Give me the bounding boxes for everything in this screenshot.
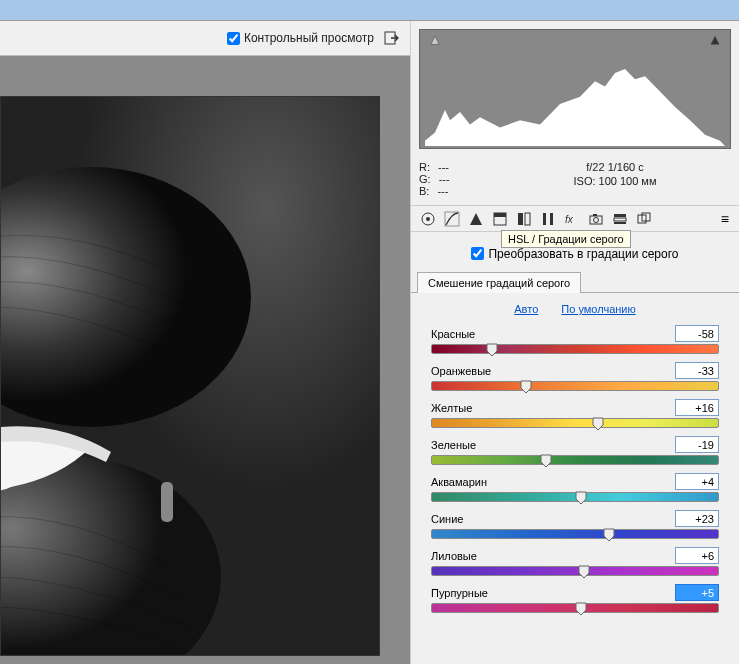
tab-grayscale-mix[interactable]: Смешение градаций серого bbox=[417, 272, 581, 293]
slider-track[interactable] bbox=[431, 418, 719, 428]
slider-track[interactable] bbox=[431, 603, 719, 613]
slider-thumb[interactable] bbox=[592, 417, 604, 431]
right-panel: R:--- G:--- B:--- f/22 1/160 c ISO: 100 … bbox=[410, 21, 739, 664]
slider-label: Красные bbox=[431, 328, 475, 340]
image-preview bbox=[0, 96, 380, 656]
slider-label: Синие bbox=[431, 513, 463, 525]
export-icon[interactable] bbox=[382, 30, 402, 46]
svg-rect-17 bbox=[593, 214, 597, 216]
curves-icon[interactable] bbox=[441, 209, 463, 229]
slider-label: Аквамарин bbox=[431, 476, 487, 488]
preview-checkbox-row[interactable]: Контрольный просмотр bbox=[227, 31, 374, 45]
slider-thumb[interactable] bbox=[575, 491, 587, 505]
slider-value-input[interactable] bbox=[675, 473, 719, 490]
split-icon[interactable] bbox=[513, 209, 535, 229]
slider-thumb[interactable] bbox=[578, 565, 590, 579]
slider-value-input[interactable] bbox=[675, 325, 719, 342]
slider-row-4: Аквамарин bbox=[431, 473, 719, 502]
svg-rect-9 bbox=[494, 213, 506, 217]
slider-value-input[interactable] bbox=[675, 399, 719, 416]
svg-point-16 bbox=[594, 217, 599, 222]
sliders-panel: КрасныеОранжевыеЖелтыеЗеленыеАквамаринСи… bbox=[411, 325, 739, 621]
svg-rect-19 bbox=[614, 218, 626, 221]
r-label: R: bbox=[419, 161, 430, 173]
slider-thumb[interactable] bbox=[520, 380, 532, 394]
basic-icon[interactable] bbox=[417, 209, 439, 229]
svg-rect-11 bbox=[525, 213, 530, 225]
lens-icon[interactable] bbox=[537, 209, 559, 229]
tab-row: Смешение градаций серого bbox=[411, 272, 739, 293]
slider-label: Пурпурные bbox=[431, 587, 488, 599]
slider-row-7: Пурпурные bbox=[431, 584, 719, 613]
slider-track[interactable] bbox=[431, 529, 719, 539]
links-row: Авто По умолчанию bbox=[411, 293, 739, 325]
svg-rect-12 bbox=[543, 213, 546, 225]
svg-rect-13 bbox=[550, 213, 553, 225]
preview-label: Контрольный просмотр bbox=[244, 31, 374, 45]
convert-checkbox[interactable] bbox=[471, 247, 484, 260]
info-row: R:--- G:--- B:--- f/22 1/160 c ISO: 100 … bbox=[411, 157, 739, 206]
preview-area bbox=[0, 56, 410, 664]
slider-track[interactable] bbox=[431, 455, 719, 465]
auto-link[interactable]: Авто bbox=[514, 303, 538, 315]
presets-icon[interactable] bbox=[609, 209, 631, 229]
g-label: G: bbox=[419, 173, 431, 185]
camera-icon[interactable] bbox=[585, 209, 607, 229]
left-panel: Контрольный просмотр bbox=[0, 21, 410, 664]
slider-track[interactable] bbox=[431, 381, 719, 391]
panel-tabs: fx ≡ HSL / Градации серого bbox=[411, 206, 739, 232]
slider-row-6: Лиловые bbox=[431, 547, 719, 576]
convert-label: Преобразовать в градации серого bbox=[488, 247, 678, 261]
slider-row-0: Красные bbox=[431, 325, 719, 354]
slider-thumb[interactable] bbox=[540, 454, 552, 468]
svg-text:fx: fx bbox=[565, 214, 574, 225]
slider-label: Оранжевые bbox=[431, 365, 491, 377]
slider-value-input[interactable] bbox=[675, 584, 719, 601]
exif-aperture-shutter: f/22 1/160 c bbox=[499, 161, 731, 173]
default-link[interactable]: По умолчанию bbox=[561, 303, 635, 315]
detail-icon[interactable] bbox=[465, 209, 487, 229]
slider-value-input[interactable] bbox=[675, 547, 719, 564]
top-toolbar: Контрольный просмотр bbox=[0, 21, 410, 56]
exif-iso-focal: ISO: 100 100 мм bbox=[499, 175, 731, 187]
rgb-readout: R:--- G:--- B:--- bbox=[419, 161, 499, 197]
svg-rect-10 bbox=[518, 213, 523, 225]
b-value: --- bbox=[437, 185, 448, 197]
app-window: Контрольный просмотр bbox=[0, 20, 739, 664]
slider-row-2: Желтые bbox=[431, 399, 719, 428]
slider-label: Желтые bbox=[431, 402, 472, 414]
histogram bbox=[419, 29, 731, 149]
slider-label: Лиловые bbox=[431, 550, 477, 562]
slider-thumb[interactable] bbox=[603, 528, 615, 542]
svg-rect-18 bbox=[614, 214, 626, 217]
slider-value-input[interactable] bbox=[675, 436, 719, 453]
slider-row-3: Зеленые bbox=[431, 436, 719, 465]
slider-row-1: Оранжевые bbox=[431, 362, 719, 391]
svg-rect-20 bbox=[614, 222, 626, 224]
snapshots-icon[interactable] bbox=[633, 209, 655, 229]
preview-checkbox[interactable] bbox=[227, 32, 240, 45]
slider-row-5: Синие bbox=[431, 510, 719, 539]
svg-rect-4 bbox=[161, 482, 173, 522]
panel-menu-icon[interactable]: ≡ bbox=[717, 211, 733, 227]
slider-value-input[interactable] bbox=[675, 510, 719, 527]
exif-readout: f/22 1/160 c ISO: 100 100 мм bbox=[499, 161, 731, 197]
b-label: B: bbox=[419, 185, 429, 197]
slider-thumb[interactable] bbox=[486, 343, 498, 357]
g-value: --- bbox=[439, 173, 450, 185]
hsl-icon[interactable] bbox=[489, 209, 511, 229]
r-value: --- bbox=[438, 161, 449, 173]
svg-point-6 bbox=[426, 217, 430, 221]
fx-icon[interactable]: fx bbox=[561, 209, 583, 229]
slider-track[interactable] bbox=[431, 566, 719, 576]
slider-value-input[interactable] bbox=[675, 362, 719, 379]
slider-track[interactable] bbox=[431, 344, 719, 354]
convert-checkbox-row[interactable]: Преобразовать в градации серого bbox=[471, 247, 678, 261]
tooltip-hsl: HSL / Градации серого bbox=[501, 230, 631, 248]
slider-label: Зеленые bbox=[431, 439, 476, 451]
slider-thumb[interactable] bbox=[575, 602, 587, 616]
slider-track[interactable] bbox=[431, 492, 719, 502]
